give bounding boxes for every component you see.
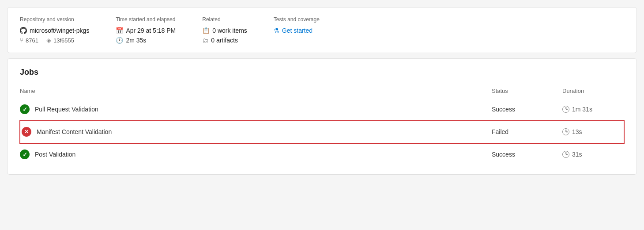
job-name-cell: Post Validation — [20, 143, 492, 166]
job-name: Post Validation — [35, 151, 75, 158]
col-header-duration: Duration — [562, 84, 624, 98]
duration-value: 1m 31s — [572, 106, 592, 113]
repo-name: microsoft/winget-pkgs — [30, 27, 89, 34]
pr-number: 8761 — [26, 37, 38, 44]
clock-icon-time: 🕐 — [116, 37, 123, 44]
job-duration: 13s — [562, 121, 624, 143]
commit-hash: 13f6555 — [53, 37, 74, 44]
related-section: Related 📋 0 work items 🗂 0 artifacts — [202, 16, 247, 44]
job-duration: 31s — [562, 143, 624, 166]
success-icon — [20, 150, 30, 159]
duration-clock-icon — [562, 106, 569, 113]
job-status: Failed — [492, 121, 562, 143]
work-items-count: 0 work items — [212, 27, 247, 34]
col-header-name: Name — [20, 84, 492, 98]
success-icon — [20, 104, 30, 114]
get-started-link[interactable]: Get started — [282, 27, 313, 34]
job-name: Manifest Content Validation — [37, 128, 112, 135]
table-row[interactable]: Pull Request Validation Success 1m 31s — [20, 98, 624, 121]
github-icon — [20, 27, 27, 34]
calendar-icon: 📅 — [116, 27, 123, 34]
pr-icon: ⑂ — [20, 37, 23, 44]
artifacts-row: 🗂 0 artifacts — [202, 37, 247, 44]
table-row[interactable]: Manifest Content Validation Failed 13s — [20, 121, 624, 143]
elapsed-row: 🕐 2m 35s — [116, 37, 176, 44]
jobs-title: Jobs — [20, 68, 624, 77]
table-row[interactable]: Post Validation Success 31s — [20, 143, 624, 166]
info-card: Repository and version microsoft/winget-… — [7, 7, 637, 53]
repository-section: Repository and version microsoft/winget-… — [20, 16, 89, 44]
flask-icon: ⚗ — [274, 27, 279, 34]
start-date: Apr 29 at 5:18 PM — [126, 27, 176, 34]
jobs-card: Jobs Name Status Duration Pull Request V… — [7, 58, 637, 175]
elapsed-time: 2m 35s — [126, 37, 146, 44]
commit-item: ◈ 13f6555 — [46, 37, 74, 44]
duration-value: 13s — [572, 128, 582, 135]
artifacts-count: 0 artifacts — [211, 37, 238, 44]
repo-name-row: microsoft/winget-pkgs — [20, 27, 89, 34]
duration-clock-icon — [562, 151, 569, 158]
duration-value: 31s — [572, 151, 582, 158]
related-label: Related — [202, 16, 247, 23]
tests-section: Tests and coverage ⚗ Get started — [274, 16, 320, 34]
repo-meta-row: ⑂ 8761 ◈ 13f6555 — [20, 37, 89, 44]
time-section: Time started and elapsed 📅 Apr 29 at 5:1… — [116, 16, 176, 44]
table-header-row: Name Status Duration — [20, 84, 624, 98]
date-row: 📅 Apr 29 at 5:18 PM — [116, 27, 176, 34]
col-header-status: Status — [492, 84, 562, 98]
get-started-row[interactable]: ⚗ Get started — [274, 27, 320, 34]
work-items-row: 📋 0 work items — [202, 27, 247, 34]
job-status: Success — [492, 98, 562, 121]
pr-number-item: ⑂ 8761 — [20, 37, 38, 44]
tests-label: Tests and coverage — [274, 16, 320, 23]
jobs-table: Name Status Duration Pull Request Valida… — [20, 84, 624, 165]
job-status: Success — [492, 143, 562, 166]
job-name: Pull Request Validation — [35, 106, 98, 113]
job-name-cell: Manifest Content Validation — [20, 121, 492, 143]
workitem-icon: 📋 — [202, 27, 210, 34]
duration-clock-icon — [562, 128, 569, 135]
failed-icon — [22, 127, 31, 137]
commit-icon: ◈ — [46, 37, 51, 44]
repository-label: Repository and version — [20, 16, 89, 23]
job-duration: 1m 31s — [562, 98, 624, 121]
time-label: Time started and elapsed — [116, 16, 176, 23]
artifact-icon: 🗂 — [202, 37, 208, 44]
job-name-cell: Pull Request Validation — [20, 98, 492, 121]
